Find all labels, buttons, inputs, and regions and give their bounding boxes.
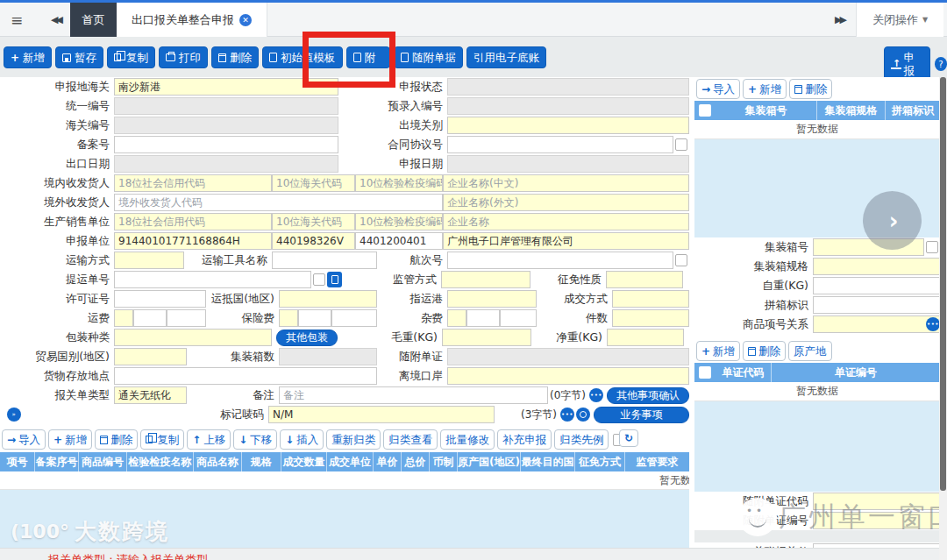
col-unit-price[interactable]: 单价 (374, 452, 402, 471)
scrollbar-thumb[interactable] (940, 77, 946, 491)
bl-document-button[interactable] (327, 272, 342, 287)
col-supervision[interactable]: 监管要求 (625, 452, 689, 471)
col-ciq-name[interactable]: 检验检疫名称 (127, 452, 194, 471)
container-import-button[interactable]: →导入 (696, 79, 740, 99)
col-record-seq[interactable]: 备案序号 (35, 452, 79, 471)
misc-rate-field[interactable] (466, 309, 500, 327)
decl-type-field[interactable]: 通关无纸化 (114, 386, 187, 404)
insurance-mark-field[interactable] (279, 309, 298, 327)
col-exemption[interactable]: 征免方式 (575, 452, 625, 471)
docs-new-button[interactable]: +新增 (696, 341, 740, 361)
item-relation-ellipsis-button[interactable]: ••• (926, 317, 940, 331)
tab-close-icon[interactable]: ✕ (239, 14, 252, 26)
container-delete-button[interactable]: 删除 (789, 79, 832, 99)
goods-move-down-button[interactable]: ↓下移 (233, 429, 277, 450)
transport-mode-field[interactable] (114, 252, 184, 269)
freight-mark-field[interactable] (114, 309, 133, 327)
remark-field[interactable]: 备注 (279, 386, 548, 404)
col-doc-no[interactable]: 单证编号 (772, 363, 940, 382)
supervision-mode-field[interactable] (441, 271, 530, 288)
save-draft-button[interactable]: 暂存 (55, 46, 103, 68)
domestic-consignor-credit-code[interactable]: 18位社会信用代码 (114, 174, 272, 192)
production-unit-name[interactable]: 企业名称 (443, 213, 689, 230)
container-select-all-checkbox[interactable] (699, 104, 711, 117)
declare-unit-ciq-code[interactable]: 4401200401 (355, 232, 443, 250)
scroll-tabs-right-icon[interactable]: ▶▶ (835, 14, 844, 25)
col-lcl-flag[interactable]: 拼箱标识 (886, 101, 940, 120)
col-product-code[interactable]: 商品编号 (79, 452, 127, 471)
goods-precedent-button[interactable]: 归类先例 (554, 429, 609, 450)
col-currency[interactable]: 币制 (430, 452, 458, 471)
freight-rate-field[interactable] (133, 309, 167, 327)
goods-supplement-button[interactable]: 补充申报 (497, 429, 552, 450)
tab-export-declaration[interactable]: 出口报关单整合申报 ✕ (117, 3, 267, 37)
col-product-name[interactable]: 商品名称 (194, 452, 242, 471)
other-matters-confirm-button[interactable]: 其他事项确认 (607, 387, 689, 404)
misc-currency-field[interactable] (500, 309, 537, 327)
overseas-consignor-code[interactable]: 境外收发货人代码 (114, 194, 443, 211)
goods-classify-view-button[interactable]: 归类查看 (383, 429, 438, 450)
col-doc-code[interactable]: 单证代码 (716, 363, 772, 382)
marks-field[interactable]: N/M (268, 406, 495, 423)
goods-move-up-button[interactable]: ↑上移 (187, 429, 231, 450)
goods-insert-button[interactable]: ↓插入 (280, 429, 324, 450)
delete-button[interactable]: 删除 (211, 46, 259, 68)
docs-origin-button[interactable]: 原产地 (788, 341, 832, 361)
lcl-flag-field[interactable] (813, 296, 940, 314)
contract-checkbox[interactable] (675, 138, 687, 151)
business-matters-button[interactable]: 业务事项 (594, 407, 689, 423)
goods-new-button[interactable]: +新增 (48, 429, 92, 450)
production-unit-ciq-code[interactable]: 10位检验检疫编码 (355, 213, 443, 230)
domestic-consignor-customs-code[interactable]: 10位海关代码 (272, 174, 355, 192)
tab-home[interactable]: 首页 (70, 3, 117, 37)
col-origin-country[interactable]: 原产国(地区) (458, 452, 521, 471)
docs-select-all-checkbox[interactable] (699, 366, 711, 379)
close-operations-dropdown[interactable]: 关闭操作 ▼ (856, 3, 943, 37)
arrival-country-field[interactable] (279, 290, 377, 308)
package-type-field[interactable] (114, 329, 272, 346)
net-weight-field[interactable] (607, 329, 684, 346)
misc-mark-field[interactable] (447, 309, 466, 327)
exit-customs-field[interactable] (447, 117, 689, 134)
gross-weight-field[interactable] (442, 329, 531, 346)
docs-delete-button[interactable]: 删除 (743, 341, 786, 361)
col-container-no[interactable]: 集装箱号 (716, 101, 817, 120)
menu-icon[interactable]: ≡ (11, 11, 23, 29)
col-dest-country[interactable]: 最终目的国 (521, 452, 575, 471)
trade-country-field[interactable] (114, 348, 187, 365)
vertical-scrollbar[interactable] (939, 77, 947, 560)
col-qty[interactable]: 成交数量 (281, 452, 327, 471)
other-package-button[interactable]: 其他包装 (276, 330, 338, 346)
pieces-field[interactable] (612, 309, 689, 327)
container-spec-field[interactable] (813, 258, 940, 275)
item-relation-field[interactable] (813, 315, 942, 333)
goods-reclassify-button[interactable]: 重新归类 (326, 429, 381, 450)
transport-name-field[interactable] (272, 252, 377, 269)
help-button[interactable]: ? (935, 57, 947, 71)
goods-refresh-button[interactable]: ↻ (619, 429, 638, 447)
col-item-no[interactable]: 项号 (0, 452, 35, 471)
col-unit[interactable]: 成交单位 (327, 452, 374, 471)
insurance-rate-field[interactable] (298, 309, 331, 327)
contract-no-field[interactable] (447, 136, 673, 153)
print-button[interactable]: 打印 (159, 46, 208, 68)
col-spec[interactable]: 规格 (242, 452, 281, 471)
reference-ledger-button[interactable]: 引用电子底账 (466, 46, 546, 68)
declare-unit-name[interactable]: 广州电子口岸管理有限公司 (443, 232, 689, 250)
bl-checkbox[interactable] (313, 273, 325, 286)
domestic-consignor-name[interactable]: 企业名称(中文) (443, 174, 689, 192)
freight-currency-field[interactable] (167, 309, 206, 327)
goods-import-button[interactable]: →导入 (2, 429, 46, 450)
exemption-nature-field[interactable] (606, 271, 683, 288)
goods-batch-modify-button[interactable]: 批量修改 (440, 429, 495, 450)
bl-no-field[interactable] (114, 271, 311, 288)
new-button[interactable]: +新增 (4, 46, 52, 68)
declare-unit-customs-code[interactable]: 440198326V (272, 232, 355, 250)
dest-port-field[interactable] (447, 290, 537, 308)
marks-history-button[interactable] (576, 408, 590, 422)
production-unit-customs-code[interactable]: 10位海关代码 (272, 213, 355, 230)
remark-ellipsis-button[interactable]: ••• (589, 388, 603, 402)
production-unit-credit-code[interactable]: 18位社会信用代码 (114, 213, 272, 230)
goods-copy-button[interactable]: 复制 (140, 429, 184, 450)
transaction-mode-field[interactable] (612, 290, 689, 308)
